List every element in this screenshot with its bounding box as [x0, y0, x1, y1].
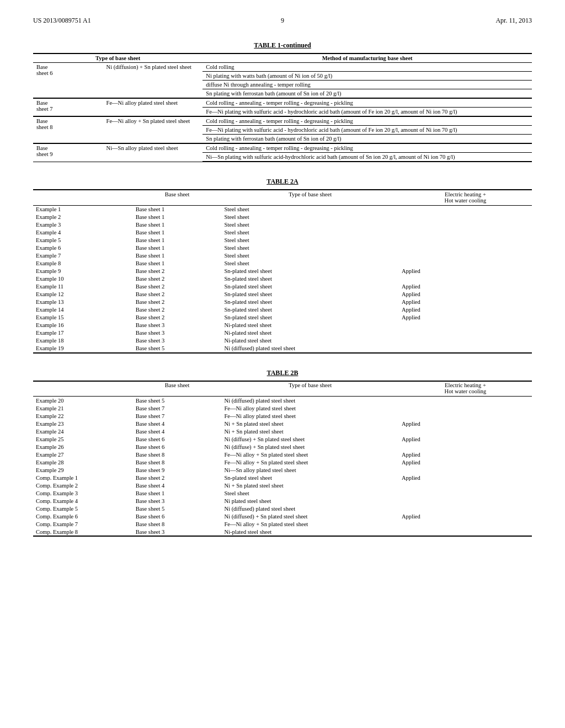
base-sheet-type: Sn-plated steel sheet — [222, 275, 399, 283]
example-label: Example 4 — [33, 229, 133, 237]
base-sheet-ref: Base sheet 6 — [133, 435, 222, 443]
table1-col-method: Method of manufacturing base sheet — [202, 53, 532, 63]
table2b-col-base: Base sheet — [133, 381, 222, 397]
base-sheet-ref: Base sheet 3 — [133, 528, 222, 536]
electric-heating — [399, 322, 532, 329]
base-sheet-type: Steel sheet — [222, 489, 399, 497]
base-sheet-ref: Base sheet 3 — [133, 337, 222, 345]
electric-heating — [399, 443, 532, 451]
table1-continued-title: TABLE 1-continued — [33, 41, 532, 50]
electric-heating — [399, 427, 532, 435]
electric-heating — [399, 489, 532, 497]
example-label: Example 19 — [33, 345, 133, 353]
base-sheet-type: Steel sheet — [222, 205, 399, 213]
electric-heating — [399, 213, 532, 221]
base-sheet-type: Ni (diffused) + Sn plated steel sheet — [222, 512, 399, 520]
electric-heating: Applied — [399, 451, 532, 458]
page-header: US 2013/0089751 A1 9 Apr. 11, 2013 — [33, 17, 532, 25]
table1-row-method-cont: Sn plating with ferrostan bath (amount o… — [202, 135, 532, 143]
table1-continued: Type of base sheet Method of manufacturi… — [33, 53, 532, 162]
page-number: 9 — [281, 17, 284, 25]
example-label: Example 8 — [33, 260, 133, 267]
table1-row-label: Basesheet 6 — [33, 63, 103, 98]
table1-col-type: Type of base sheet — [33, 53, 202, 63]
electric-heating — [399, 337, 532, 345]
base-sheet-ref: Base sheet 2 — [133, 314, 222, 322]
electric-heating — [399, 252, 532, 260]
table-row: Comp. Example 1Base sheet 2Sn-plated ste… — [33, 474, 532, 481]
example-label: Example 12 — [33, 291, 133, 298]
example-label: Example 7 — [33, 252, 133, 260]
table1-row-method-cont: Ni—Sn plating with sulfuric acid-hydroch… — [202, 153, 532, 162]
table1-row-type: Fe—Ni alloy plated steel sheet — [103, 99, 203, 116]
base-sheet-type: Ni (diffuse) + Sn plated steel sheet — [222, 435, 399, 443]
table1-row-label: Basesheet 7 — [33, 99, 103, 116]
table-row: Example 16Base sheet 3Ni-plated steel sh… — [33, 322, 532, 329]
example-label: Example 2 — [33, 213, 133, 221]
table2b-container: TABLE 2B Base sheet Type of base sheet E… — [33, 369, 532, 537]
base-sheet-ref: Base sheet 4 — [133, 481, 222, 489]
example-label: Example 27 — [33, 451, 133, 458]
base-sheet-type: Ni-plated steel sheet — [222, 329, 399, 337]
base-sheet-type: Ni (diffused) plated steel sheet — [222, 505, 399, 512]
table1-row-type: Ni (diffusion) + Sn plated steel sheet — [103, 63, 203, 98]
base-sheet-ref: Base sheet 1 — [133, 489, 222, 497]
table-row: Example 21Base sheet 7Fe—Ni alloy plated… — [33, 404, 532, 412]
base-sheet-type: Steel sheet — [222, 229, 399, 237]
electric-heating — [399, 412, 532, 420]
electric-heating: Applied — [399, 306, 532, 314]
base-sheet-ref: Base sheet 1 — [133, 213, 222, 221]
base-sheet-ref: Base sheet 8 — [133, 451, 222, 458]
electric-heating — [399, 520, 532, 528]
base-sheet-ref: Base sheet 2 — [133, 474, 222, 481]
example-label: Example 23 — [33, 420, 133, 427]
page: US 2013/0089751 A1 9 Apr. 11, 2013 TABLE… — [0, 0, 565, 728]
table2a-container: TABLE 2A Base sheet Type of base sheet E… — [33, 178, 532, 354]
electric-heating — [399, 260, 532, 267]
table1-row-method: Cold rolling - annealing - temper rollin… — [202, 144, 532, 153]
electric-heating — [399, 497, 532, 505]
electric-heating: Applied — [399, 512, 532, 520]
base-sheet-type: Ni + Sn plated steel sheet — [222, 427, 399, 435]
table2a-col-base: Base sheet — [133, 190, 222, 205]
electric-heating — [399, 481, 532, 489]
table-row: Example 1Base sheet 1Steel sheet — [33, 205, 532, 213]
base-sheet-ref: Base sheet 1 — [133, 205, 222, 213]
table2b: Base sheet Type of base sheet Electric h… — [33, 381, 532, 537]
electric-heating — [399, 244, 532, 252]
table-row: Example 18Base sheet 3Ni-plated steel sh… — [33, 337, 532, 345]
table-row: Example 9Base sheet 2Sn-plated steel she… — [33, 267, 532, 275]
table-row: Example 8Base sheet 1Steel sheet — [33, 260, 532, 267]
table-row: Example 2Base sheet 1Steel sheet — [33, 213, 532, 221]
example-label: Comp. Example 4 — [33, 497, 133, 505]
table1-continued-container: TABLE 1-continued Type of base sheet Met… — [33, 41, 532, 162]
example-label: Comp. Example 7 — [33, 520, 133, 528]
electric-heating — [399, 528, 532, 536]
electric-heating: Applied — [399, 298, 532, 306]
table-row: Example 19Base sheet 5Ni (diffused) plat… — [33, 345, 532, 353]
table-row: Example 3Base sheet 1Steel sheet — [33, 221, 532, 229]
base-sheet-ref: Base sheet 7 — [133, 412, 222, 420]
base-sheet-type: Sn-plated steel sheet — [222, 306, 399, 314]
table2a-col-example — [33, 190, 133, 205]
table-row: Example 29Base sheet 9Ni—Sn alloy plated… — [33, 466, 532, 474]
base-sheet-ref: Base sheet 2 — [133, 298, 222, 306]
base-sheet-ref: Base sheet 5 — [133, 345, 222, 353]
table-row: Comp. Example 7Base sheet 8Fe—Ni alloy +… — [33, 520, 532, 528]
example-label: Example 16 — [33, 322, 133, 329]
base-sheet-ref: Base sheet 1 — [133, 237, 222, 244]
table1-row-method: Cold rolling — [202, 63, 532, 72]
table-row: Example 5Base sheet 1Steel sheet — [33, 237, 532, 244]
base-sheet-ref: Base sheet 2 — [133, 267, 222, 275]
base-sheet-type: Ni + Sn plated steel sheet — [222, 481, 399, 489]
electric-heating — [399, 237, 532, 244]
base-sheet-ref: Base sheet 6 — [133, 443, 222, 451]
table-row: Example 22Base sheet 7Fe—Ni alloy plated… — [33, 412, 532, 420]
table-row: Example 4Base sheet 1Steel sheet — [33, 229, 532, 237]
table-row: Comp. Example 5Base sheet 5Ni (diffused)… — [33, 505, 532, 512]
base-sheet-type: Sn-plated steel sheet — [222, 283, 399, 291]
table-row: Example 23Base sheet 4Ni + Sn plated ste… — [33, 420, 532, 427]
base-sheet-type: Fe—Ni alloy + Sn plated steel sheet — [222, 458, 399, 466]
table-row: Example 27Base sheet 8Fe—Ni alloy + Sn p… — [33, 451, 532, 458]
electric-heating: Applied — [399, 435, 532, 443]
